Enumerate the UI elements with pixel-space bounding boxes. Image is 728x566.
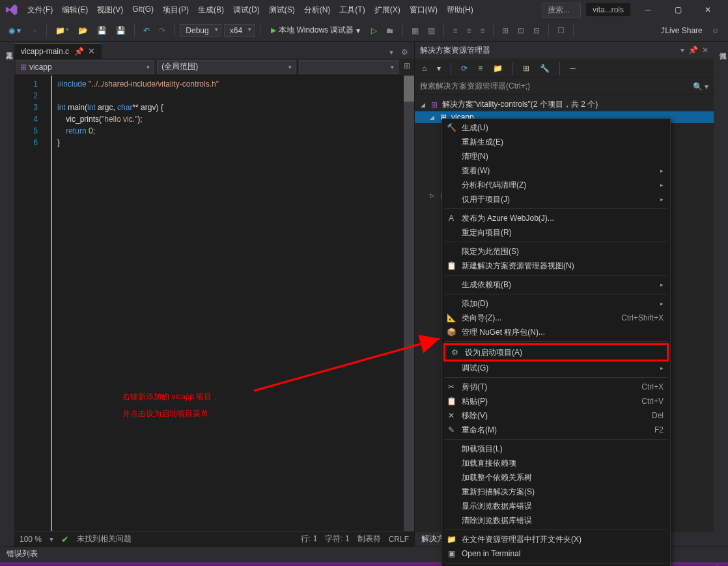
toolbar-icon[interactable]: ▾ <box>434 62 444 75</box>
platform-dropdown[interactable]: x64 <box>224 24 255 37</box>
ctx-item[interactable]: 📦管理 NuGet 程序包(N)... <box>442 325 670 339</box>
toolbar-icon[interactable]: ⊡ <box>514 24 527 37</box>
close-button[interactable]: ✕ <box>693 0 723 20</box>
panel-dropdown-icon[interactable]: ▾ <box>680 46 684 55</box>
ctx-item[interactable]: A发布为 Azure WebJob(J)... <box>442 211 670 225</box>
tree-solution-node[interactable]: ◢ ⊞ 解决方案"vitality-controls"(2 个项目，共 2 个) <box>415 98 714 111</box>
toolbar-icon[interactable]: ▦ <box>408 24 422 37</box>
live-share-button[interactable]: ⤴ Live Share <box>658 24 705 37</box>
toolbar-icon[interactable]: ☐ <box>554 24 568 37</box>
toolbar-icon[interactable]: ⊞ <box>499 24 512 37</box>
home-icon[interactable]: ⌂ <box>419 62 430 75</box>
menu-project[interactable]: 项目(P) <box>159 2 193 18</box>
issues-status[interactable]: 未找到相关问题 <box>77 533 132 545</box>
toolbar-icon[interactable]: ─ <box>567 62 579 75</box>
ctx-item[interactable]: 📋新建解决方案资源管理器视图(N) <box>442 259 670 273</box>
toolbar-icon[interactable]: ⟳ <box>458 62 471 75</box>
ctx-item[interactable]: 生成依赖项(B) <box>442 277 670 292</box>
ctx-item[interactable]: 仅用于项目(J) <box>442 192 670 206</box>
new-project-icon[interactable]: 📁⁺ <box>52 24 72 37</box>
toolbar-icon[interactable]: 📁 <box>490 62 506 75</box>
menu-build[interactable]: 生成(B) <box>194 2 228 18</box>
ctx-item[interactable]: 重新扫描解决方案(S) <box>442 485 670 499</box>
menu-test[interactable]: 测试(S) <box>265 2 299 18</box>
properties-tab[interactable]: 属性 <box>714 42 728 546</box>
nav-project-dropdown[interactable]: ⊞vicapp <box>16 60 154 74</box>
ctx-item[interactable]: 查看(W) <box>442 163 670 178</box>
menu-extensions[interactable]: 扩展(X) <box>371 2 404 18</box>
ctx-item[interactable]: ✕移除(V)Del <box>442 408 670 423</box>
menu-edit[interactable]: 编辑(E) <box>58 2 92 18</box>
config-dropdown[interactable]: Debug <box>180 24 221 37</box>
toolbar-icon[interactable]: ≡ <box>449 24 460 37</box>
ctx-item[interactable]: 卸载项目(L) <box>442 442 670 456</box>
ctx-item[interactable]: ⚙设为启动项目(A) <box>445 345 667 360</box>
ctx-item[interactable]: 重定向项目(R) <box>442 225 670 240</box>
editor-scrollbar[interactable] <box>404 76 414 531</box>
close-tab-icon[interactable]: ✕ <box>88 46 95 56</box>
solution-search-input[interactable]: 搜索解决方案资源管理器(Ctrl+;) 🔍 ▾ <box>415 78 714 95</box>
code-editor[interactable]: 123456 #include "../../shared-include/vi… <box>14 76 414 531</box>
code-content[interactable]: #include "../../shared-include/vitality-… <box>52 76 414 531</box>
ctx-item[interactable]: 调试(G) <box>442 361 670 375</box>
indent-mode[interactable]: 制表符 <box>357 533 381 545</box>
toolbar-icon[interactable]: ≡ <box>477 24 488 37</box>
undo-icon[interactable]: ↶ <box>140 24 153 37</box>
toolbar-icon[interactable]: ⊞ <box>520 62 533 75</box>
menu-git[interactable]: Git(G) <box>128 2 158 18</box>
ctx-item[interactable]: 📁在文件资源管理器中打开文件夹(X) <box>442 532 670 546</box>
ctx-item[interactable]: 加载直接依赖项 <box>442 456 670 470</box>
ctx-item[interactable]: 清理(N) <box>442 149 670 163</box>
tab-dropdown-icon[interactable]: ▾ <box>386 46 397 59</box>
start-debug-button[interactable]: ▶本地 Windows 调试器 ▾ <box>266 23 365 37</box>
ctx-item[interactable]: 显示浏览数据库错误 <box>442 499 670 513</box>
ctx-item[interactable]: 限定为此范围(S) <box>442 244 670 259</box>
toolbar-icon[interactable]: ≡ <box>475 62 486 75</box>
ctx-item[interactable]: ▣Open in Terminal <box>442 546 670 561</box>
nav-back-icon[interactable]: ◉ ▾ <box>5 24 24 37</box>
toolbar-icon[interactable]: 🖿 <box>383 24 397 37</box>
menu-analyze[interactable]: 分析(N) <box>300 2 335 18</box>
tab-settings-icon[interactable]: ⚙ <box>398 46 412 59</box>
global-search-input[interactable]: 搜索... <box>542 3 581 18</box>
pin-icon[interactable]: 📌 <box>688 46 698 55</box>
toolbar-icon[interactable]: ≡ <box>463 24 474 37</box>
nav-fwd-icon[interactable]: → <box>27 24 41 37</box>
file-tab[interactable]: vicapp-main.c 📌 ✕ <box>14 43 102 59</box>
ctx-item[interactable]: 分析和代码清理(Z) <box>442 178 670 192</box>
menu-tools[interactable]: 工具(T) <box>335 2 369 18</box>
menu-debug[interactable]: 调试(D) <box>229 2 264 18</box>
toolbar-icon[interactable]: 🔧 <box>537 62 553 75</box>
ctx-item[interactable]: 加载整个依赖关系树 <box>442 470 670 485</box>
menu-window[interactable]: 窗口(W) <box>406 2 441 18</box>
zoom-level[interactable]: 100 % <box>20 535 42 544</box>
maximize-button[interactable]: ▢ <box>663 0 693 20</box>
nav-scope-dropdown[interactable]: (全局范围) <box>157 60 296 74</box>
close-panel-icon[interactable]: ✕ <box>702 46 708 55</box>
menu-file[interactable]: 文件(F) <box>23 2 57 18</box>
ctx-item[interactable]: 重新生成(E) <box>442 135 670 149</box>
ctx-item[interactable]: 📐类向导(Z)...Ctrl+Shift+X <box>442 311 670 325</box>
minimize-button[interactable]: ─ <box>633 0 663 20</box>
toolbar-icon[interactable]: ▧ <box>425 24 438 37</box>
ctx-item[interactable]: 清除浏览数据库错误 <box>442 513 670 528</box>
ctx-item[interactable]: 添加(D) <box>442 296 670 311</box>
ctx-item[interactable]: 🔨生成(U) <box>442 120 670 135</box>
ctx-item[interactable]: 📋粘贴(P)Ctrl+V <box>442 394 670 408</box>
start-no-debug-icon[interactable]: ▷ <box>368 24 380 37</box>
toolbox-tab[interactable]: 工具箱 <box>0 42 14 546</box>
toolbar-icon[interactable]: ⊟ <box>530 24 543 37</box>
open-icon[interactable]: 📂 <box>75 24 91 37</box>
nav-member-dropdown[interactable] <box>299 60 399 74</box>
feedback-icon[interactable]: ☺ <box>708 24 723 37</box>
save-all-icon[interactable]: 💾 <box>113 24 129 37</box>
ctx-item[interactable]: ✎重命名(M)F2 <box>442 423 670 437</box>
redo-icon[interactable]: ↷ <box>156 24 169 37</box>
ctx-item[interactable]: ✂剪切(T)Ctrl+X <box>442 380 670 394</box>
search-options-icon[interactable]: 🔍 ▾ <box>693 82 708 91</box>
split-icon[interactable]: ⊞ <box>400 59 414 75</box>
menu-help[interactable]: 帮助(H) <box>443 2 477 18</box>
menu-view[interactable]: 视图(V) <box>93 2 127 18</box>
save-icon[interactable]: 💾 <box>94 24 110 37</box>
eol-mode[interactable]: CRLF <box>389 535 409 544</box>
